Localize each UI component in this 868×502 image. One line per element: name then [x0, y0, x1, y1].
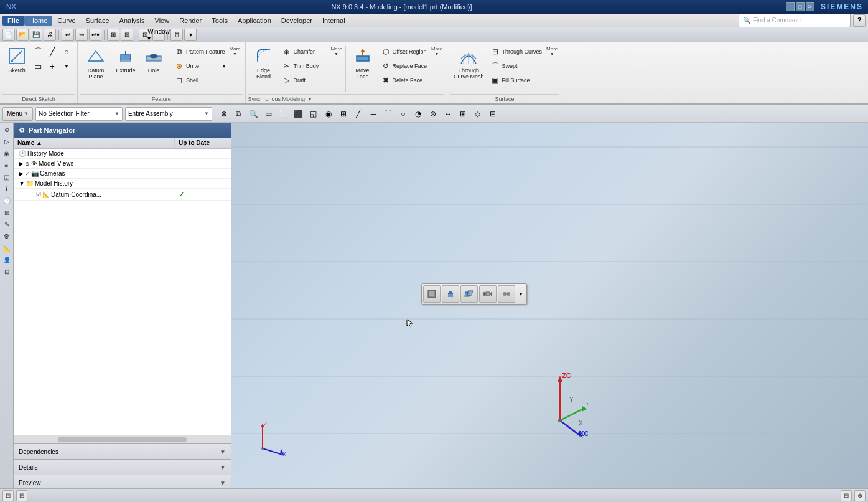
- filter2-icon[interactable]: ╱: [352, 107, 365, 121]
- select-all-icon[interactable]: ▭: [262, 107, 276, 121]
- menu-view[interactable]: View: [150, 16, 175, 26]
- draft-button[interactable]: ▷ Draft: [279, 73, 329, 87]
- sidebar-icon-12[interactable]: 👤: [1, 254, 12, 265]
- circle2-icon[interactable]: ○: [396, 107, 410, 121]
- menu-surface[interactable]: Surface: [81, 16, 114, 26]
- undo-button[interactable]: ↩: [62, 29, 74, 41]
- customize-button[interactable]: ▾: [184, 29, 197, 41]
- save-button[interactable]: 💾: [30, 29, 42, 41]
- trim-body-button[interactable]: ✂ Trim Body: [279, 59, 329, 73]
- grid-icon[interactable]: ⊞: [337, 107, 350, 121]
- minimize-button[interactable]: ─: [786, 2, 795, 11]
- arc-icon[interactable]: ⌒: [31, 45, 45, 59]
- sidebar-icon-7[interactable]: 🕐: [1, 195, 12, 206]
- expand-icon-cameras[interactable]: ▶: [19, 170, 24, 177]
- mini-view-button[interactable]: [423, 285, 441, 303]
- menu-tools[interactable]: Tools: [207, 16, 233, 26]
- nav-scrollbar[interactable]: [14, 435, 231, 443]
- extrude-button[interactable]: Extrude: [111, 45, 140, 75]
- pt-icon[interactable]: ⊙: [426, 107, 440, 121]
- through-curve-mesh-button[interactable]: ThroughCurve Mesh: [451, 45, 487, 81]
- menu-developer[interactable]: Developer: [276, 16, 317, 26]
- feature-more-button[interactable]: More ▼: [229, 45, 241, 57]
- sidebar-icon-10[interactable]: ⚙: [1, 230, 12, 242]
- hole-button[interactable]: Hole: [141, 45, 166, 75]
- viewport[interactable]: ▾ ZC YC XC Y: [231, 123, 868, 490]
- mini-distance-button[interactable]: [479, 285, 497, 303]
- redo-button[interactable]: ↪: [75, 29, 88, 41]
- unite-button[interactable]: ⊕ Unite ▾: [172, 59, 228, 73]
- menu-render[interactable]: Render: [174, 16, 207, 26]
- snap-button[interactable]: ⊞: [107, 29, 119, 41]
- status-icon3[interactable]: ⊟: [841, 490, 852, 501]
- find-command-input[interactable]: 🔍 Find a Command: [739, 14, 851, 27]
- move-face-button[interactable]: MoveFace: [348, 45, 377, 81]
- chamfer-button[interactable]: ◈ Chamfer: [279, 45, 329, 59]
- model-views-item[interactable]: ▶ ⊕ 👁 Model Views: [14, 159, 175, 168]
- col-name[interactable]: Name ▲: [14, 138, 175, 148]
- snap-point-icon[interactable]: ⊕: [217, 107, 231, 121]
- mini-extra-button[interactable]: [498, 285, 515, 303]
- model-history-item[interactable]: ▼ 📁 Model History: [14, 179, 175, 188]
- wireframe-icon[interactable]: ⬜: [277, 107, 291, 121]
- sidebar-icon-6[interactable]: ℹ: [1, 183, 12, 194]
- menu-analysis[interactable]: Analysis: [114, 16, 150, 26]
- table-icon[interactable]: ⊟: [486, 107, 500, 121]
- menu-dropdown-button[interactable]: Menu ▼: [2, 107, 33, 121]
- config-button[interactable]: ⚙: [170, 29, 183, 41]
- sidebar-icon-1[interactable]: ⊕: [1, 124, 12, 135]
- dim-icon[interactable]: ↔: [441, 107, 455, 121]
- offset-region-button[interactable]: ⬡ Offset Region: [378, 45, 430, 59]
- history-mode-item[interactable]: 🕐 History Mode: [14, 149, 175, 158]
- help-button[interactable]: ?: [853, 14, 866, 27]
- status-icon4[interactable]: ⊕: [854, 490, 866, 501]
- dependencies-header[interactable]: Dependencies ▼: [14, 444, 231, 459]
- view-orient-icon[interactable]: ⧉: [232, 107, 246, 121]
- close-button[interactable]: ✕: [806, 2, 814, 11]
- constraint-icon[interactable]: ⊞: [456, 107, 470, 121]
- datum-plane-button[interactable]: DatumPlane: [82, 45, 110, 81]
- undo-list-button[interactable]: ↩▾: [89, 29, 101, 41]
- edge-blend-button[interactable]: EdgeBlend: [250, 45, 278, 81]
- mini-orient2-button[interactable]: [460, 285, 478, 303]
- menu-curve[interactable]: Curve: [52, 16, 80, 26]
- through-curves-button[interactable]: ⊟ Through Curves: [488, 45, 545, 59]
- swept-button[interactable]: ⌒ Swept: [488, 59, 545, 73]
- sidebar-icon-2[interactable]: ▷: [1, 136, 12, 147]
- sidebar-icon-5[interactable]: ◱: [1, 171, 12, 182]
- sidebar-icon-13[interactable]: ⊟: [1, 266, 12, 277]
- windowmenu-button[interactable]: Window ▾: [152, 29, 165, 41]
- delete-face-button[interactable]: ✖ Delete Face: [378, 73, 430, 87]
- cameras-item[interactable]: ▶ ✓ 📷 Cameras: [14, 169, 175, 178]
- sync-more-button[interactable]: More ▼: [330, 45, 343, 57]
- menu-internal[interactable]: Internal: [317, 16, 350, 26]
- more-sketch-icon[interactable]: ▼: [60, 59, 73, 73]
- sidebar-icon-9[interactable]: ✎: [1, 219, 12, 230]
- mini-more-button[interactable]: ▾: [516, 285, 525, 303]
- sidebar-icon-8[interactable]: ⊞: [1, 207, 12, 218]
- rect-icon[interactable]: ▭: [31, 59, 45, 73]
- expand-icon-history[interactable]: ▼: [19, 180, 25, 187]
- edge-color-icon[interactable]: ◱: [307, 107, 320, 121]
- print-button[interactable]: 🖨: [44, 29, 56, 41]
- expand-icon-views[interactable]: ▶: [19, 160, 24, 167]
- sidebar-icon-11[interactable]: 📐: [1, 242, 12, 253]
- menu-home[interactable]: Home: [24, 16, 52, 26]
- window-controls[interactable]: ─ □ ✕ SIEMENS: [786, 2, 863, 11]
- sidebar-icon-4[interactable]: ≡: [1, 159, 12, 171]
- new-button[interactable]: 📄: [2, 29, 15, 41]
- selection-filter-dropdown[interactable]: No Selection Filter ▼: [35, 107, 123, 121]
- status-icon1[interactable]: ⊡: [2, 490, 14, 501]
- arc2-icon[interactable]: ◔: [411, 107, 425, 121]
- details-header[interactable]: Details ▼: [14, 460, 231, 475]
- straight-icon[interactable]: ─: [366, 107, 380, 121]
- scrollbar-thumb[interactable]: [58, 437, 187, 442]
- ref-icon[interactable]: ◇: [471, 107, 485, 121]
- curve-icon[interactable]: ⌒: [381, 107, 395, 121]
- surface-more-button[interactable]: More ▼: [546, 45, 558, 57]
- datum-coord-date[interactable]: ✓: [175, 189, 231, 200]
- open-button[interactable]: 📂: [16, 29, 29, 41]
- zoom-icon[interactable]: 🔍: [247, 107, 261, 121]
- fill-surface-button[interactable]: ▣ Fill Surface: [488, 73, 545, 87]
- snap2-button[interactable]: ⊟: [121, 29, 133, 41]
